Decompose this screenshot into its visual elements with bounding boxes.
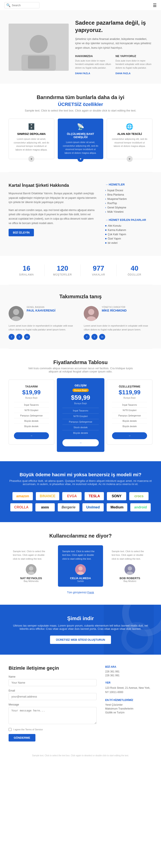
pricing-btn-0[interactable]: → — [14, 432, 49, 439]
email-input[interactable] — [8, 693, 97, 700]
search-input[interactable] — [12, 4, 37, 7]
free-label: ÜCRETSİZ özellikler — [8, 102, 153, 107]
testimonial-cards: Sample text. Click to select the text bo… — [8, 545, 153, 587]
team-social-0: f t in — [8, 334, 77, 340]
hero-card-services-text: Duis aute irure dolor in repre henderit … — [115, 59, 153, 70]
submit-button[interactable]: GÖNDERME — [8, 734, 35, 742]
feature-card-1-text: Lorem ipsum dolor sit amet, consectetur … — [62, 141, 99, 155]
testimonials-more-link[interactable]: Tüm görüşlerinizi Frenk — [8, 591, 153, 594]
testimonial-role-0: Baş Mühendis — [13, 580, 49, 582]
facebook-icon-1[interactable]: f — [84, 334, 90, 340]
facebook-icon-0[interactable]: f — [8, 334, 15, 340]
contact-section: Bizimle iletişime geçin Name Email Messa… — [0, 655, 161, 752]
testimonial-name-2: BOB ROBERTS — [112, 577, 148, 580]
team-social-1: f t in — [84, 334, 153, 340]
chevron-down-icon-2[interactable]: ▾ — [127, 156, 133, 162]
feature-card-0-text: Lorem ipsum dolor sit amet, consectetur … — [13, 137, 50, 151]
terms-checkbox[interactable] — [8, 728, 11, 731]
phone-1: 226 361 991 — [105, 674, 153, 677]
cta-button[interactable]: ÜCRETSİZ WEB SİTESİ OLUŞTURUN — [50, 636, 111, 644]
team-name-0: PAUL KAHVERENGİ — [27, 309, 77, 312]
stat-awards: 40 ÖDÜLLER — [116, 265, 153, 276]
feature-card-0[interactable]: 🗄️ SINIRSIZ DEPOLAMA Lorem ipsum dolor s… — [8, 119, 54, 159]
market-item-0: Afet Konutu — [105, 224, 153, 228]
hero-section: Sadece pazarlama değil, iş yapıyoruz. Şi… — [0, 11, 161, 84]
testimonials-link-anchor[interactable]: Frenk — [87, 591, 94, 594]
team-info-0: Genel Başkan PAUL KAHVERENGİ — [27, 306, 77, 312]
team-card-0-header: Genel Başkan PAUL KAHVERENGİ — [8, 306, 77, 321]
stat-cases: 977 VAKALAR — [81, 265, 117, 276]
company-text-1: Mopureunat Barınti Ortaklıklar Yatırımı.… — [8, 191, 97, 204]
name-input[interactable] — [8, 679, 97, 686]
brands-text: Phasellus quat efficitur ilutit, sit ali… — [8, 479, 153, 486]
pricing-price-0: $19,99 — [14, 389, 49, 396]
features-title: Barındırma tüm bunlarla daha da iyi — [8, 94, 153, 100]
market-item-3: Özel Yapım — [105, 237, 153, 241]
service-item-5: Mülk Yönetimi — [105, 210, 153, 214]
feature-card-1[interactable]: 📡 ÖLÇÜLMEMİŞ BANT GENİŞLİĞİ Lorem ipsum … — [58, 119, 104, 159]
hours-item-1: Maksimum Transferlerim — [105, 707, 153, 710]
pricing-feature-2-0: İnşat Tasarımı — [112, 402, 147, 407]
message-label: Message — [8, 703, 97, 706]
svg-point-5 — [13, 309, 19, 315]
company-cta-button[interactable]: BİZİ İZLEYİN — [8, 229, 34, 236]
testimonial-text-2: Sample text. Click to select the text bo… — [112, 550, 148, 561]
company-section: Kartal İnşaat Şirketi Hakkında Mopureuna… — [0, 172, 161, 256]
feature-card-2[interactable]: 🌐 ALAN ADI TESCİLİ consectetur adipiscin… — [107, 119, 153, 159]
company-right: → HİZMETLER İnşaat Öncesi Bina Planlama … — [105, 183, 153, 245]
search-icon: 🔍 — [6, 3, 10, 7]
pricing-card-1: GELİŞİM Buraya Başlı $59,99 Buraya Başlı… — [57, 378, 104, 452]
feature-card-2-title: ALAN ADI TESCİLİ — [111, 132, 148, 135]
cta-text: Ultrices las semper vulputate maas. Lore… — [8, 624, 153, 630]
hero-content: Sadece pazarlama değil, iş yapıyoruz. Şi… — [75, 19, 153, 75]
chevron-down-icon-1[interactable]: ▾ — [78, 156, 83, 162]
linkedin-icon-0[interactable]: in — [24, 334, 30, 340]
team-name-1: MİKE RİCHMOND — [102, 309, 153, 312]
team-cards: Genel Başkan PAUL KAHVERENGİ Lorem amet … — [8, 306, 153, 340]
team-card-0: Genel Başkan PAUL KAHVERENGİ Lorem amet … — [8, 306, 77, 340]
free-sub: Sample text. Click to select the text bo… — [8, 109, 153, 112]
feature-card-0-title: SINIRSIZ DEPOLAMA — [13, 132, 50, 135]
hero-cards: HAKKIMIZDA Duis aute irure dolor in repr… — [75, 55, 153, 75]
brand-medium: Medium — [107, 503, 127, 512]
bandwidth-icon: 📡 — [62, 123, 99, 130]
search-bar[interactable]: 🔍 — [4, 2, 39, 8]
testimonial-card-0: Sample text. Click to select the text bo… — [8, 545, 54, 587]
service-item-2: Muayene/Yardım — [105, 197, 153, 201]
twitter-icon-0[interactable]: t — [16, 334, 22, 340]
pricing-btn-1[interactable]: → — [62, 439, 99, 446]
svg-point-11 — [29, 566, 33, 570]
hero-card-about-link[interactable]: DAHA FAZLA — [75, 72, 90, 74]
pricing-feature-2-4: Büyük destek — [112, 424, 147, 429]
service-item-4: Genel Söyleşme — [105, 206, 153, 210]
pricing-feature-2-3: Büyük destek — [112, 418, 147, 424]
twitter-icon-1[interactable]: t — [91, 334, 98, 340]
testimonials-title: Kullanıcılarımız ne diyor? — [8, 533, 153, 539]
pricing-feature-1-0: İnşat Tasarımı — [62, 408, 99, 413]
chevron-down-icon-0[interactable]: ▾ — [28, 156, 34, 162]
testimonial-card-2: Sample text. Click to select the text bo… — [107, 545, 153, 587]
testimonial-name-0: NAT REYNOLDS — [13, 577, 49, 580]
market-item-1: Karma Kullanım — [105, 228, 153, 232]
message-textarea[interactable] — [8, 707, 97, 724]
linkedin-icon-1[interactable]: in — [99, 334, 105, 340]
phone-0: 226 361 991 — [105, 670, 153, 673]
navbar: 🔍 ☰ — [0, 0, 161, 11]
pricing-cards: TASARIM $19,99 Buraya Başlı İnşat Tasarı… — [8, 379, 153, 451]
feature-card-2-text: consectetur adipiscing elit, sed do eius… — [111, 137, 148, 148]
pricing-title: Fiyatlandırma Tablosu — [8, 360, 153, 365]
hamburger-menu[interactable]: ☰ — [153, 3, 157, 8]
pricing-btn-2[interactable]: → — [112, 432, 147, 439]
team-card-1: Yönetici Direktör MİKE RİCHMOND Lorem am… — [84, 306, 153, 340]
name-field-group: Name — [8, 675, 97, 686]
stat-ranking-label: SIRALAMA — [8, 273, 45, 276]
pricing-feature-0-2: Panşoyu Şebegemse — [14, 413, 49, 418]
team-avatar-1 — [84, 306, 99, 321]
stat-awards-number: 40 — [116, 265, 153, 272]
pricing-card-0: TASARIM $19,99 Buraya Başlı İnşat Tasarı… — [8, 379, 54, 444]
hero-card-services-link[interactable]: DAHA FAZLA — [115, 72, 131, 74]
testimonial-role-1: Sahibi — [62, 580, 99, 582]
hero-title: Sadece pazarlama değil, iş yapıyoruz. — [75, 19, 153, 34]
feature-card-1-title: ÖLÇÜLMEMİŞ BANT GENİŞLİĞİ — [62, 132, 99, 139]
pricing-begin-0: Buraya Başlı — [14, 397, 49, 399]
